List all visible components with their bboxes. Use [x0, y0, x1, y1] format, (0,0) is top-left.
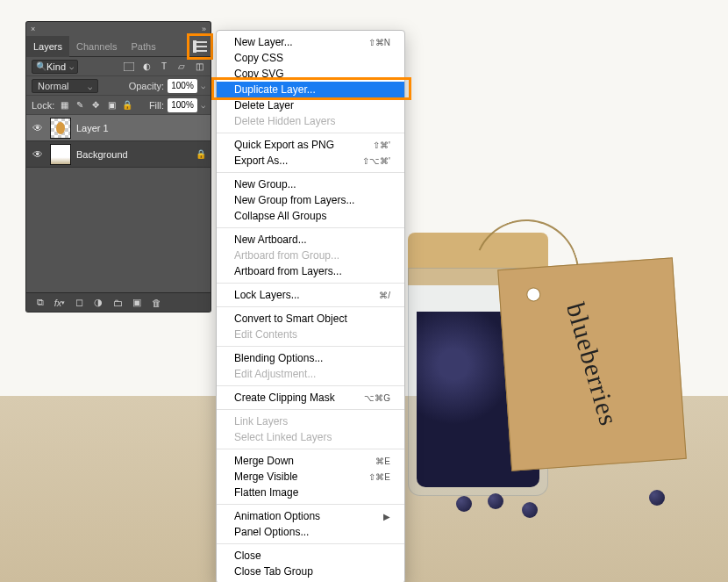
- menu-separator: [217, 385, 404, 386]
- lock-row: Lock: ▦ ✎ ✥ ▣ 🔒 Fill: 100% ⌵: [26, 96, 211, 115]
- layer-row[interactable]: 👁 Background 🔒: [26, 141, 211, 168]
- layer-mask-icon[interactable]: ◻: [72, 296, 86, 310]
- opacity-label: Opacity:: [129, 81, 164, 91]
- menu-delete-hidden: Delete Hidden Layers: [217, 113, 404, 129]
- menu-flatten-image[interactable]: Flatten Image: [217, 485, 404, 500]
- menu-separator: [217, 543, 404, 544]
- blend-row: Normal ⌵ Opacity: 100% ⌵: [26, 76, 211, 96]
- tab-paths[interactable]: Paths: [125, 36, 163, 57]
- opacity-input[interactable]: 100%: [168, 79, 197, 93]
- menu-artboard-from-group: Artboard from Group...: [217, 248, 404, 263]
- panel-flyout-menu-button[interactable]: [189, 36, 211, 57]
- menu-select-linked: Select Linked Layers: [217, 429, 404, 445]
- menu-separator: [217, 409, 404, 410]
- menu-new-artboard[interactable]: New Artboard...: [217, 232, 404, 248]
- berry: [522, 502, 538, 518]
- menu-edit-adjustment: Edit Adjustment...: [217, 366, 404, 382]
- blend-mode-select[interactable]: Normal ⌵: [32, 79, 98, 93]
- visibility-toggle-icon[interactable]: 👁: [31, 121, 45, 135]
- menu-close[interactable]: Close: [217, 548, 404, 564]
- menu-artboard-from-layers[interactable]: Artboard from Layers...: [217, 263, 404, 279]
- menu-animation-options[interactable]: Animation Options▶: [217, 508, 404, 524]
- tab-layers[interactable]: Layers: [26, 36, 69, 57]
- menu-merge-visible[interactable]: Merge Visible⇧⌘E: [217, 469, 404, 485]
- menu-link-layers: Link Layers: [217, 413, 404, 429]
- lock-all-icon[interactable]: 🔒: [121, 99, 133, 111]
- panel-close-icon[interactable]: ×: [31, 25, 35, 33]
- panel-tabs: Layers Channels Paths: [26, 36, 211, 57]
- layers-panel: × » Layers Channels Paths 🔍 Kind ⌵ ◐ T ▱…: [26, 22, 211, 312]
- layer-name[interactable]: Layer 1: [76, 123, 206, 133]
- lock-transparent-icon[interactable]: ▦: [58, 99, 70, 111]
- price-tag-graphic: blueberries: [497, 257, 687, 471]
- svg-rect-3: [193, 40, 196, 53]
- layers-flyout-menu: New Layer...⇧⌘N Copy CSS Copy SVG Duplic…: [216, 30, 405, 582]
- menu-separator: [217, 306, 404, 307]
- tag-text: blueberries: [560, 299, 624, 429]
- berry: [649, 490, 665, 506]
- lock-move-icon[interactable]: ✥: [89, 99, 102, 111]
- menu-create-clipping-mask[interactable]: Create Clipping Mask⌥⌘G: [217, 390, 404, 406]
- new-group-icon[interactable]: 🗀: [111, 296, 125, 310]
- lock-brush-icon[interactable]: ✎: [74, 99, 86, 111]
- layer-name[interactable]: Background: [76, 149, 190, 160]
- menu-delete-layer[interactable]: Delete Layer: [217, 97, 404, 113]
- menu-separator: [217, 133, 404, 133]
- menu-lock-layers[interactable]: Lock Layers...⌘/: [217, 287, 404, 303]
- lock-icon: 🔒: [196, 149, 206, 159]
- layer-filter-row: 🔍 Kind ⌵ ◐ T ▱ ◫: [26, 57, 211, 76]
- menu-blending-options[interactable]: Blending Options...: [217, 350, 404, 366]
- menu-new-group-from[interactable]: New Group from Layers...: [217, 192, 404, 208]
- filter-adjustment-icon[interactable]: ◐: [140, 61, 153, 73]
- layer-thumbnail[interactable]: [50, 144, 71, 165]
- layer-row[interactable]: 👁 Layer 1: [26, 115, 211, 141]
- chevron-icon[interactable]: ⌵: [201, 82, 205, 90]
- chevron-icon: ⌵: [69, 62, 74, 71]
- filter-shape-icon[interactable]: ▱: [175, 61, 188, 73]
- fill-label: Fill:: [149, 100, 164, 111]
- menu-panel-options[interactable]: Panel Options...: [217, 524, 404, 540]
- menu-new-group[interactable]: New Group...: [217, 176, 404, 192]
- menu-merge-down[interactable]: Merge Down⌘E: [217, 453, 404, 469]
- delete-layer-icon[interactable]: 🗑: [149, 296, 163, 310]
- menu-separator: [217, 283, 404, 284]
- layer-style-icon[interactable]: fx▾: [53, 296, 67, 310]
- berry: [456, 496, 472, 512]
- menu-edit-contents: Edit Contents: [217, 327, 404, 342]
- link-layers-icon[interactable]: ⧉: [33, 296, 47, 310]
- visibility-toggle-icon[interactable]: 👁: [31, 147, 45, 162]
- new-layer-icon[interactable]: ▣: [130, 296, 144, 310]
- menu-duplicate-layer[interactable]: Duplicate Layer...: [217, 82, 404, 97]
- layers-list: 👁 Layer 1 👁 Background 🔒: [26, 115, 211, 168]
- adjustment-layer-icon[interactable]: ◑: [91, 296, 105, 310]
- svg-rect-4: [124, 62, 134, 71]
- menu-collapse-all[interactable]: Collapse All Groups: [217, 208, 404, 224]
- kind-label: Kind: [46, 61, 66, 72]
- lock-label: Lock:: [32, 100, 54, 111]
- menu-quick-export[interactable]: Quick Export as PNG⇧⌘': [217, 137, 404, 153]
- layer-thumbnail[interactable]: [50, 118, 71, 139]
- menu-separator: [217, 504, 404, 505]
- filter-pixel-icon[interactable]: [123, 61, 135, 73]
- menu-new-layer[interactable]: New Layer...⇧⌘N: [217, 34, 404, 50]
- menu-separator: [217, 449, 404, 449]
- menu-close-tab-group[interactable]: Close Tab Group: [217, 564, 404, 579]
- submenu-arrow-icon: ▶: [383, 512, 390, 521]
- panel-bottom-bar: ⧉ fx▾ ◻ ◑ 🗀 ▣ 🗑: [26, 292, 211, 312]
- kind-filter-select[interactable]: 🔍 Kind ⌵: [32, 60, 78, 74]
- filter-smart-icon[interactable]: ◫: [193, 61, 205, 73]
- lock-artboard-icon[interactable]: ▣: [105, 99, 118, 111]
- menu-copy-css[interactable]: Copy CSS: [217, 50, 404, 66]
- menu-copy-svg[interactable]: Copy SVG: [217, 66, 404, 82]
- chevron-icon: ⌵: [88, 83, 92, 91]
- fill-input[interactable]: 100%: [168, 98, 197, 112]
- menu-separator: [217, 346, 404, 347]
- filter-type-icon[interactable]: T: [158, 61, 170, 73]
- menu-separator: [217, 227, 404, 228]
- panel-collapse-icon[interactable]: »: [202, 25, 206, 33]
- menu-export-as[interactable]: Export As...⇧⌥⌘': [217, 153, 404, 169]
- tab-channels[interactable]: Channels: [69, 36, 124, 57]
- menu-convert-smart[interactable]: Convert to Smart Object: [217, 311, 404, 327]
- chevron-icon[interactable]: ⌵: [201, 101, 205, 110]
- menu-separator: [217, 172, 404, 173]
